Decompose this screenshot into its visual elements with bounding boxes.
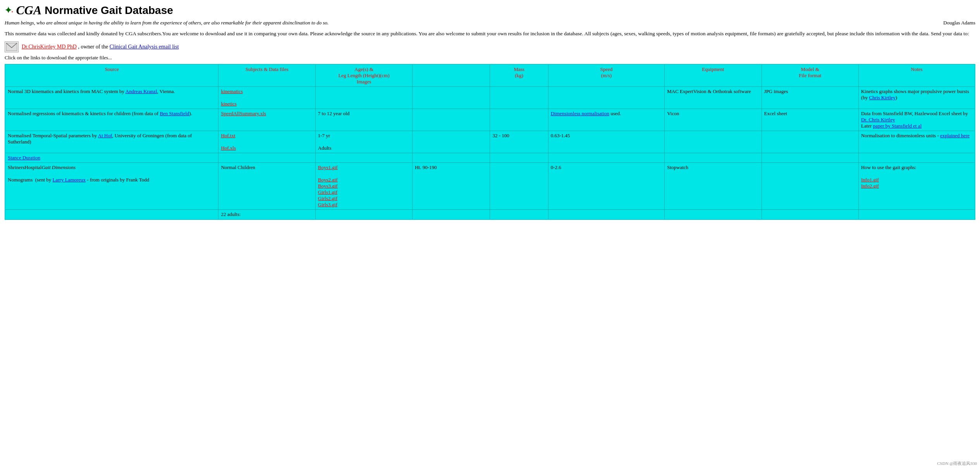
quote-text: Human beings, who are almost unique in h… [5,20,328,26]
at-hof-link[interactable]: At Hof [98,133,112,138]
model-cell [762,153,858,163]
leg-cell [413,131,490,153]
source-cell: Normal 3D kinematics and kinetics from M… [5,87,218,109]
notes-cell: How to use the gait graphs: Info1.gif In… [858,163,975,210]
info2-link[interactable]: Info2.gif [861,183,879,189]
equipment-cell [665,210,762,220]
notes-cell [858,153,975,163]
boys2-link[interactable]: Boys2.gif [318,177,338,183]
mass-cell [490,109,548,131]
table-row: Normal 3D kinematics and kinetics from M… [5,87,975,109]
subjects-cell [218,153,315,163]
leg-cell [413,109,490,131]
notes-cell: Data from Stansfield BW, Hazlewood Excel… [858,109,975,131]
click-text: Click on the links to download the appro… [5,55,975,61]
kinetics-link[interactable]: kinetics [221,101,236,107]
chris-kirtley-link1[interactable]: Chris Kirtley [869,95,896,100]
ages-cell [315,153,412,163]
speed-cell: 0-2.6 [548,163,664,210]
ben-stansfield-link[interactable]: Ben Stansfield [160,111,189,116]
col-header-equipment: Equipment [665,64,762,87]
mass-cell [490,153,548,163]
subjects-cell: kinematics kinetics [218,87,315,109]
larry-lamoreux-link[interactable]: Larry Lamoreux [53,177,86,183]
col-header-model: Model & File format [762,64,858,87]
description-text: This normative data was collected and ki… [5,30,975,38]
subjects-cell: 22 adults: [218,210,315,220]
stance-cell: Stance Duration [5,153,218,163]
notes-cell [858,210,975,220]
page-header: ✦• CGA Normative Gait Database [5,3,975,17]
source-cell [5,210,218,220]
speed-cell [548,87,664,109]
dr-chris-link[interactable]: Dr. Chris Kirtley [861,117,895,123]
girls2-link[interactable]: Girls2.gif [318,195,337,201]
col-header-ages: Age(s) & Leg Length (Height)(cm) Images [315,64,412,87]
ages-cell [315,87,412,109]
table-row: Normalised Temporal-Spatial parameters b… [5,131,975,153]
leg-cell: Ht. 90-190 [413,163,490,210]
equipment-cell [665,153,762,163]
source-cell: ShrinersHospitalGait Dimensions Nomogram… [5,163,218,210]
mass-cell [490,210,548,220]
speed-cell [548,210,664,220]
col-header-notes: Notes [858,64,975,87]
col-header-leg: Leg Length (Height)(cm) [413,64,490,87]
quote-row: Human beings, who are almost unique in h… [5,20,975,26]
leg-cell [413,87,490,109]
hof-xls-link[interactable]: Hof.xls [221,145,236,151]
col-header-mass: Mass (kg) [490,64,548,87]
equipment-cell: MAC ExpertVision & Orthotrak software [665,87,762,109]
model-cell [762,131,858,153]
email-text: Dr.ChrisKirtley MD PhD , owner of the Cl… [22,44,179,50]
table-row-stance: Stance Duration [5,153,975,163]
table-row: ShrinersHospitalGait Dimensions Nomogram… [5,163,975,210]
speed-cell: 0.63-1.45 [548,131,664,153]
source-cell: Normalised Temporal-Spatial parameters b… [5,131,218,153]
ages-cell: 1-7 yrAdults [315,131,412,153]
ages-cell [315,210,412,220]
subjects-cell: Normal Children [218,163,315,210]
hof-txt-link[interactable]: Hof.txt [221,133,235,138]
col-header-source: Source [5,64,218,87]
col-header-subjects: Subjects & Data files [218,64,315,87]
logo-icon: ✦• [5,5,13,16]
mass-cell: 32 - 100 [490,131,548,153]
model-cell [762,163,858,210]
model-cell: JPG images [762,87,858,109]
stansfield-paper-link[interactable]: paper by Stansfield et al [873,123,922,129]
mass-cell [490,163,548,210]
info1-link[interactable]: Info1.gif [861,177,879,183]
equipment-cell: Vicon [665,109,762,131]
explained-here-link[interactable]: explained here [940,133,970,138]
speedall-link[interactable]: SpeedAllSummary.xls [221,111,266,116]
ages-cell: Boys1.gif Boys2.gif Boys3.gif Girls1.gif… [315,163,412,210]
email-list-link[interactable]: Clinical Gait Analysis email list [110,44,179,50]
model-cell [762,210,858,220]
kinematics-link[interactable]: kinematics [221,88,242,94]
girls1-link[interactable]: Girls1.gif [318,189,337,195]
data-table: Source Subjects & Data files Age(s) & Le… [5,64,975,220]
stance-duration-link[interactable]: Stance Duration [8,155,40,161]
boys3-link[interactable]: Boys3.gif [318,183,338,189]
quote-author: Douglas Adams [943,20,975,26]
speed-cell: Dimensionless normalisation used. [548,109,664,131]
equipment-cell: Stopwatch [665,163,762,210]
subjects-cell: Hof.txt Hof.xls [218,131,315,153]
girls3-link[interactable]: Girls3.gif [318,202,337,207]
mass-cell [490,87,548,109]
boys1-link[interactable]: Boys1.gif [318,164,338,170]
subjects-cell: SpeedAllSummary.xls [218,109,315,131]
model-cell: Excel sheet [762,109,858,131]
notes-cell: Normalisation to dimensionless units - e… [858,131,975,153]
email-icon [5,41,19,52]
andreas-link[interactable]: Andreas Kranzl [126,88,157,94]
col-header-speed: Speed (m/s) [548,64,664,87]
notes-cell: Kinetics graphs shows major propulsive p… [858,87,975,109]
email-link[interactable]: Dr.ChrisKirtley MD PhD [22,44,77,50]
email-row: Dr.ChrisKirtley MD PhD , owner of the Cl… [5,41,975,52]
table-row: 22 adults: [5,210,975,220]
dimensionless-link[interactable]: Dimensionless normalisation [551,111,609,116]
leg-cell [413,210,490,220]
leg-cell [413,153,490,163]
